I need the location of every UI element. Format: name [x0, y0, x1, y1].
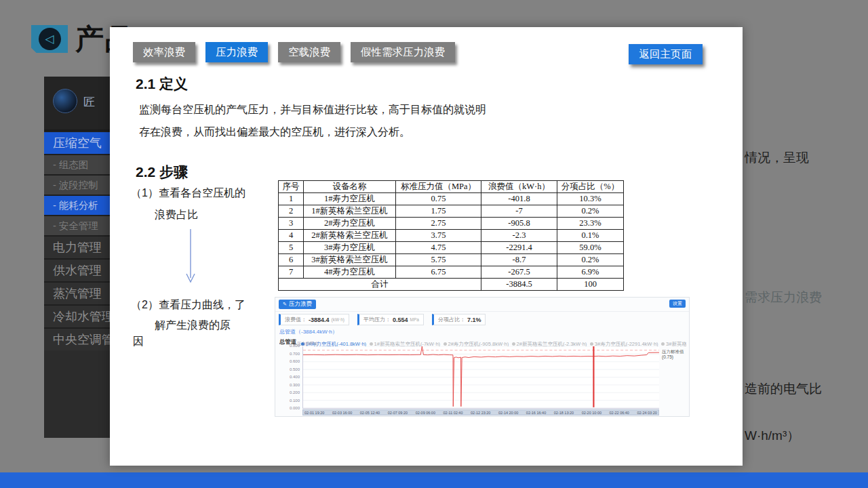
- divider: [275, 311, 689, 312]
- stat-value: -3884.4: [309, 317, 330, 323]
- sidebar-item-2[interactable]: - 波段控制: [44, 174, 110, 195]
- x-tick-label: 02-09 06:00: [416, 411, 435, 415]
- embedded-screenshot: ✎ 压力浪费 设置 浪费值：-3884.4(kW·h)平均压力：0.554MPa…: [275, 297, 690, 417]
- stat-boxes: 浪费值：-3884.4(kW·h)平均压力：0.554MPa分项占比：7.1%: [279, 314, 486, 325]
- table-row: 63#新英格索兰空压机5.75-8.70.2%: [279, 254, 624, 266]
- legend-dot-icon: [512, 342, 515, 346]
- y-tick-label: 0.700: [279, 352, 300, 356]
- content-panel: 效率浪费压力浪费空载浪费假性需求压力浪费 返回主页面 2.1 定义 监测每台空压…: [110, 27, 743, 466]
- stat-box-0: 浪费值：-3884.4(kW·h): [279, 314, 349, 325]
- x-tick-label: 02-07 09:20: [388, 411, 408, 415]
- tab-bar: 效率浪费压力浪费空载浪费假性需求压力浪费: [133, 42, 455, 62]
- x-axis-scrollbar[interactable]: 02-01 19:2002-03 16:0002-05 12:4002-07 0…: [302, 409, 659, 415]
- stat-label: 分项占比：: [438, 316, 465, 323]
- x-tick-label: 02-05 12:40: [360, 411, 380, 415]
- table-cell: 0.75: [396, 193, 481, 205]
- y-tick-label: 0.200: [279, 390, 300, 394]
- tab-3[interactable]: 假性需求压力浪费: [351, 42, 455, 62]
- table-cell: 59.0%: [557, 242, 624, 254]
- legend-dot-icon: [443, 342, 447, 346]
- table-cell: 2#寿力空压机: [304, 218, 396, 230]
- sidebar-item-3[interactable]: - 能耗分析: [44, 195, 110, 215]
- table-header-cell: 标准压力值（MPa）: [396, 181, 481, 193]
- x-tick-label: 02-16 16:40: [526, 411, 546, 415]
- step1-text: （1）查看各台空压机的: [131, 186, 245, 201]
- bg-text-fragment: 造前的电气比: [745, 380, 822, 398]
- table-row: 32#寿力空压机2.75-905.823.3%: [279, 218, 624, 230]
- sidebar-item-4[interactable]: - 安全管理: [44, 215, 110, 235]
- x-tick-label: 02-11 02:40: [443, 411, 463, 415]
- table-row: 11#寿力空压机0.75-401.810.3%: [279, 193, 624, 205]
- x-tick-label: 02-03 16:00: [332, 411, 352, 415]
- y-tick-label: 0.400: [279, 375, 300, 379]
- back-tile[interactable]: ◁: [31, 25, 68, 53]
- sidebar-item-8[interactable]: 冷却水管理: [44, 304, 110, 327]
- logo-text: 匠: [83, 94, 95, 110]
- line-plot: [302, 346, 659, 409]
- table-row: 42#新英格索兰空压机3.75-2.30.1%: [279, 230, 624, 242]
- x-tick-label: 02-12 23:20: [471, 411, 490, 415]
- sidebar-item-0[interactable]: 压缩空气: [44, 131, 110, 154]
- sidebar-item-6[interactable]: 供水管理: [44, 258, 110, 281]
- table-header-cell: 浪费值（kW·h）: [481, 181, 557, 193]
- table-cell: -2.3: [481, 230, 557, 242]
- legend-dot-icon: [661, 342, 665, 346]
- table-cell: 1#寿力空压机: [304, 193, 396, 205]
- standard-value-label: 压力标准值 (0.75): [662, 349, 692, 360]
- pressure-waste-tag-label: 压力浪费: [289, 300, 312, 308]
- pressure-chart: 压力(MPa) 0.8000.7000.6000.5000.4000.3000.…: [279, 346, 686, 409]
- x-tick-label: 02-14 20:00: [498, 411, 518, 415]
- table-cell: -267.5: [481, 266, 557, 279]
- y-tick-label: 0.800: [279, 344, 300, 348]
- stat-value: 7.1%: [467, 317, 481, 323]
- down-arrow-icon: [183, 228, 198, 285]
- table-cell: 3#新英格索兰空压机: [304, 254, 396, 266]
- pressure-waste-tag[interactable]: ✎ 压力浪费: [279, 300, 316, 309]
- step2-text: 因: [133, 335, 144, 349]
- y-tick-label: 0.100: [279, 399, 300, 403]
- sidebar-header: 匠: [44, 77, 110, 131]
- table-total-row: 合计-3884.5100: [279, 279, 624, 291]
- stat-box-1: 平均压力：0.554MPa: [357, 314, 424, 325]
- sidebar-item-1[interactable]: - 组态图: [44, 154, 110, 174]
- table-cell: -7: [481, 205, 557, 218]
- table-cell: 6.75: [396, 266, 481, 279]
- table-row: 21#新英格索兰空压机1.75-70.2%: [279, 205, 624, 218]
- x-tick-label: 02-01 19:20: [304, 411, 324, 415]
- legend-dot-icon: [370, 342, 373, 346]
- definition-body: 监测每台空压机的产气压力，并与目标值进行比较，高于目标值的就说明存在浪费，从而找…: [139, 98, 489, 143]
- table-header-cell: 分项占比（%）: [557, 181, 624, 193]
- table-cell: 4#寿力空压机: [304, 266, 396, 279]
- tab-0[interactable]: 效率浪费: [133, 42, 195, 62]
- table-cell: 10.3%: [557, 193, 624, 205]
- settings-button[interactable]: 设置: [669, 300, 686, 308]
- table-header-cell: 设备名称: [304, 181, 396, 193]
- pipeline-link[interactable]: 总管道（-3884.4kW·h）: [279, 328, 338, 336]
- table-cell: -905.8: [481, 218, 557, 230]
- table-cell: 6: [279, 254, 304, 266]
- sidebar-item-9[interactable]: 中央空调管理: [44, 327, 110, 350]
- stat-box-2: 分项占比：7.1%: [432, 314, 486, 325]
- table-cell: 1.75: [396, 205, 481, 218]
- sidebar: 匠 压缩空气- 组态图- 波段控制- 能耗分析- 安全管理电力管理供水管理蒸汽管…: [44, 77, 110, 438]
- x-tick-label: 02-20 10:00: [582, 411, 601, 415]
- table-header-cell: 序号: [279, 181, 304, 193]
- sidebar-item-5[interactable]: 电力管理: [44, 235, 110, 258]
- stat-value: 0.554: [393, 317, 408, 323]
- sidebar-item-7[interactable]: 蒸汽管理: [44, 281, 110, 304]
- tab-1[interactable]: 压力浪费: [205, 42, 268, 62]
- tab-2[interactable]: 空载浪费: [278, 42, 340, 62]
- return-home-button[interactable]: 返回主页面: [629, 44, 703, 64]
- stat-unit: (kW·h): [332, 317, 345, 322]
- table-cell: 2.75: [396, 218, 481, 230]
- stat-unit: MPa: [410, 317, 419, 322]
- pencil-icon: ✎: [283, 302, 287, 307]
- back-arrow-icon: ◁: [39, 28, 61, 50]
- y-tick-label: 0.300: [279, 383, 300, 387]
- table-cell: 1: [279, 193, 304, 205]
- table-cell: 3: [279, 218, 304, 230]
- table-cell: 0.2%: [557, 254, 624, 266]
- table-cell: 3#寿力空压机: [304, 242, 396, 254]
- table-row: 53#寿力空压机4.75-2291.459.0%: [279, 242, 624, 254]
- table-cell: 6.9%: [557, 266, 624, 279]
